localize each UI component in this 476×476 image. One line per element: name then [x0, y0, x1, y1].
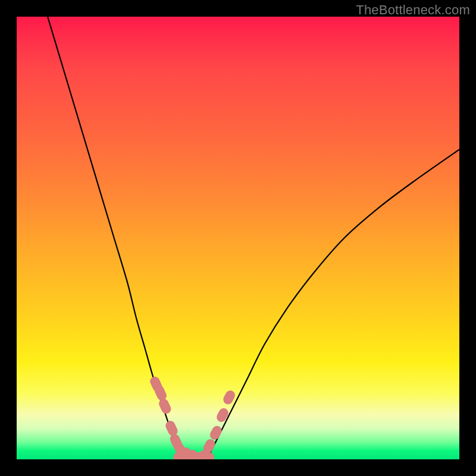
right-curve	[207, 149, 459, 459]
marker-dot	[215, 406, 230, 424]
marker-dot	[164, 419, 179, 437]
marker-dot	[208, 424, 223, 441]
marker-group	[149, 375, 237, 459]
chart-svg	[17, 17, 459, 459]
marker-dot	[157, 397, 172, 415]
watermark-text: TheBottleneck.com	[356, 2, 470, 18]
plot-area	[17, 17, 459, 459]
chart-frame: TheBottleneck.com	[0, 0, 476, 476]
